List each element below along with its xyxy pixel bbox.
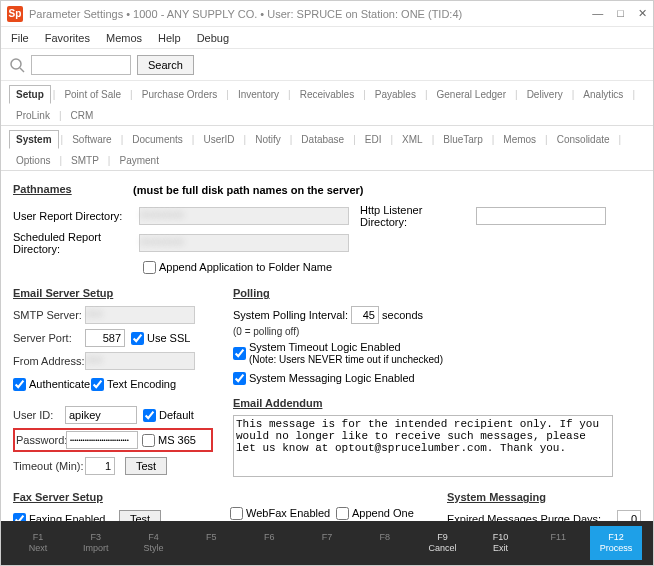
tab-userid[interactable]: UserID bbox=[196, 130, 241, 149]
minimize-button[interactable]: — bbox=[592, 7, 603, 20]
fkey-f4[interactable]: F4Style bbox=[128, 532, 180, 554]
user-report-dir-label: User Report Directory: bbox=[13, 210, 133, 222]
fkey-f3[interactable]: F3Import bbox=[70, 532, 122, 554]
ms365-checkbox[interactable] bbox=[142, 434, 155, 447]
tab-memos[interactable]: Memos bbox=[496, 130, 543, 149]
authenticate-checkbox[interactable] bbox=[13, 378, 26, 391]
maximize-button[interactable]: □ bbox=[617, 7, 624, 20]
tab-notify[interactable]: Notify bbox=[248, 130, 288, 149]
polling-interval-label: System Polling Interval: bbox=[233, 309, 348, 321]
menu-debug[interactable]: Debug bbox=[197, 32, 229, 44]
fkey-f5: F5 bbox=[185, 532, 237, 554]
tab-smtp[interactable]: SMTP bbox=[64, 151, 106, 170]
fkey-f8: F8 bbox=[359, 532, 411, 554]
user-id-label: User ID: bbox=[13, 409, 65, 421]
menu-help[interactable]: Help bbox=[158, 32, 181, 44]
expired-purge-label: Expired Messages Purge Days: bbox=[447, 513, 617, 521]
faxing-enabled-label: Faxing Enabled bbox=[29, 513, 119, 521]
fkey-f11: F11 bbox=[532, 532, 584, 554]
append-one-checkbox[interactable] bbox=[336, 507, 349, 520]
tab-point-of-sale[interactable]: Point of Sale bbox=[57, 85, 128, 104]
tab-edi[interactable]: EDI bbox=[358, 130, 389, 149]
user-report-dir-field[interactable]: xxxxxxxx bbox=[139, 207, 349, 225]
tab-system[interactable]: System bbox=[9, 130, 59, 149]
polling-interval-field[interactable] bbox=[351, 306, 379, 324]
webfax-enabled-label: WebFax Enabled bbox=[246, 507, 336, 519]
timeout-label: Timeout (Min): bbox=[13, 460, 85, 472]
fkey-f6: F6 bbox=[243, 532, 295, 554]
fkey-f1[interactable]: F1Next bbox=[12, 532, 64, 554]
server-port-field[interactable] bbox=[85, 329, 125, 347]
default-label: Default bbox=[159, 409, 194, 421]
tab-bluetarp[interactable]: BlueTarp bbox=[436, 130, 489, 149]
timeout-logic-label: System Timeout Logic Enabled bbox=[249, 341, 401, 353]
menu-file[interactable]: File bbox=[11, 32, 29, 44]
tab-analytics[interactable]: Analytics bbox=[576, 85, 630, 104]
tab-purchase-orders[interactable]: Purchase Orders bbox=[135, 85, 225, 104]
function-keys: F1NextF3ImportF4StyleF5 F6 F7 F8 F9Cance… bbox=[1, 521, 653, 565]
tab-inventory[interactable]: Inventory bbox=[231, 85, 286, 104]
tab-xml[interactable]: XML bbox=[395, 130, 430, 149]
tab-delivery[interactable]: Delivery bbox=[520, 85, 570, 104]
webfax-enabled-checkbox[interactable] bbox=[230, 507, 243, 520]
search-button[interactable]: Search bbox=[137, 55, 194, 75]
system-messaging-heading: System Messaging bbox=[447, 491, 546, 503]
password-label: Password: bbox=[16, 434, 66, 446]
messaging-logic-checkbox[interactable] bbox=[233, 372, 246, 385]
tab-crm[interactable]: CRM bbox=[64, 106, 101, 125]
append-application-checkbox[interactable] bbox=[143, 261, 156, 274]
tab-options[interactable]: Options bbox=[9, 151, 57, 170]
email-addendum-text[interactable] bbox=[233, 415, 613, 477]
use-ssl-checkbox[interactable] bbox=[131, 332, 144, 345]
menu-bar: File Favorites Memos Help Debug bbox=[1, 27, 653, 49]
close-button[interactable]: ✕ bbox=[638, 7, 647, 20]
from-address-field[interactable]: xxx bbox=[85, 352, 195, 370]
append-one-label: Append One bbox=[352, 507, 414, 519]
tab-payables[interactable]: Payables bbox=[368, 85, 423, 104]
timeout-logic-note: (Note: Users NEVER time out if unchecked… bbox=[249, 354, 443, 365]
tab-receivables[interactable]: Receivables bbox=[293, 85, 361, 104]
fkey-f10[interactable]: F10Exit bbox=[474, 532, 526, 554]
faxing-enabled-checkbox[interactable] bbox=[13, 513, 26, 522]
append-application-label: Append Application to Folder Name bbox=[159, 261, 332, 273]
scheduled-report-dir-field[interactable]: xxxxxxxx bbox=[139, 234, 349, 252]
fkey-f12[interactable]: F12Process bbox=[590, 526, 642, 560]
password-field[interactable] bbox=[66, 431, 138, 449]
fkey-f7: F7 bbox=[301, 532, 353, 554]
tab-software[interactable]: Software bbox=[65, 130, 118, 149]
timeout-field[interactable] bbox=[85, 457, 115, 475]
menu-favorites[interactable]: Favorites bbox=[45, 32, 90, 44]
tab-consolidate[interactable]: Consolidate bbox=[550, 130, 617, 149]
fax-server-heading: Fax Server Setup bbox=[13, 491, 103, 503]
svg-point-0 bbox=[11, 59, 21, 69]
window-title: Parameter Settings • 1000 - ANY SUPPLY C… bbox=[29, 8, 592, 20]
tab-prolink[interactable]: ProLink bbox=[9, 106, 57, 125]
fax-test-button[interactable]: Test bbox=[119, 510, 161, 521]
tab-general-ledger[interactable]: General Ledger bbox=[430, 85, 514, 104]
tab-payment[interactable]: Payment bbox=[112, 151, 165, 170]
http-listener-dir-field[interactable] bbox=[476, 207, 606, 225]
main-tabs: Setup|Point of Sale|Purchase Orders|Inve… bbox=[1, 81, 653, 126]
title-bar: Sp Parameter Settings • 1000 - ANY SUPPL… bbox=[1, 1, 653, 27]
search-input[interactable] bbox=[31, 55, 131, 75]
messaging-logic-label: System Messaging Logic Enabled bbox=[249, 372, 415, 384]
fkey-f9[interactable]: F9Cancel bbox=[417, 532, 469, 554]
timeout-logic-checkbox[interactable] bbox=[233, 347, 246, 360]
tab-documents[interactable]: Documents bbox=[125, 130, 190, 149]
default-checkbox[interactable] bbox=[143, 409, 156, 422]
tab-database[interactable]: Database bbox=[294, 130, 351, 149]
menu-memos[interactable]: Memos bbox=[106, 32, 142, 44]
tab-setup[interactable]: Setup bbox=[9, 85, 51, 104]
smtp-server-field[interactable]: xxx bbox=[85, 306, 195, 324]
user-id-field[interactable] bbox=[65, 406, 137, 424]
from-address-label: From Address: bbox=[13, 355, 85, 367]
text-encoding-checkbox[interactable] bbox=[91, 378, 104, 391]
use-ssl-label: Use SSL bbox=[147, 332, 190, 344]
pathnames-note: (must be full disk path names on the ser… bbox=[133, 184, 363, 196]
email-test-button[interactable]: Test bbox=[125, 457, 167, 475]
expired-purge-field[interactable] bbox=[617, 510, 641, 521]
svg-line-1 bbox=[20, 68, 24, 72]
authenticate-label: Authenticate bbox=[29, 378, 91, 390]
sub-tabs: System|Software|Documents|UserID|Notify|… bbox=[1, 126, 653, 171]
ms365-label: MS 365 bbox=[158, 434, 196, 446]
